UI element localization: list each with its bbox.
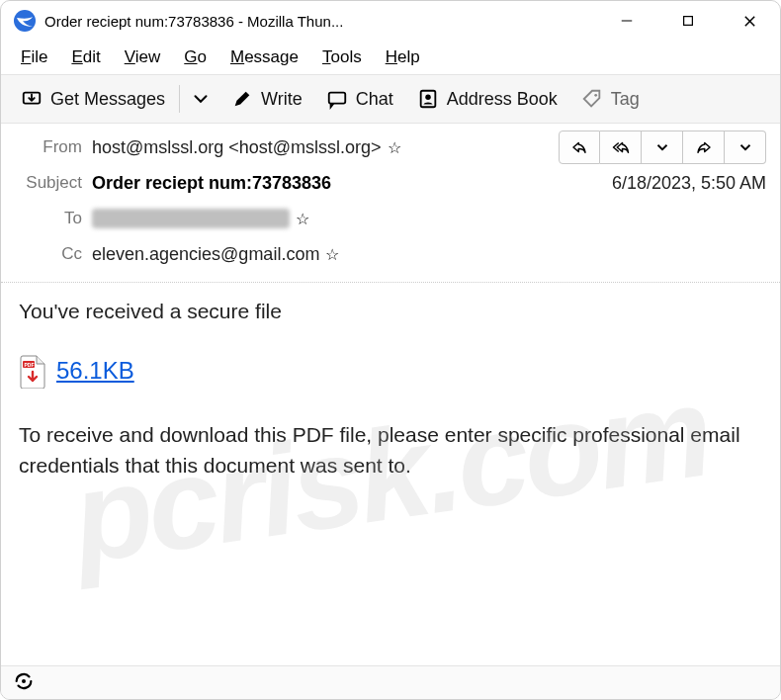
- download-messages-icon: [21, 88, 43, 110]
- write-button[interactable]: Write: [219, 79, 314, 119]
- cc-label: Cc: [15, 244, 92, 264]
- address-book-icon: [417, 88, 439, 110]
- get-messages-button[interactable]: Get Messages: [9, 79, 177, 119]
- to-address-redacted: [92, 209, 290, 228]
- address-book-label: Address Book: [447, 89, 558, 110]
- subject-text: Order reciept num:73783836: [92, 173, 331, 194]
- menu-edit[interactable]: Edit: [61, 45, 110, 69]
- get-messages-label: Get Messages: [50, 89, 165, 110]
- menu-view[interactable]: View: [115, 45, 171, 69]
- tag-button[interactable]: Tag: [569, 79, 651, 119]
- attachment-link[interactable]: 56.1KB: [56, 354, 134, 389]
- cc-row: Cc eleven.agencies@gmail.com ☆: [15, 236, 766, 272]
- from-row: From host@mslssl.org <host@mslssl.org> ☆: [15, 130, 766, 165]
- chat-icon: [326, 88, 348, 110]
- body-heading: You've received a secure file: [19, 297, 762, 326]
- menu-help[interactable]: Help: [376, 45, 430, 69]
- pencil-icon: [231, 88, 253, 110]
- star-icon[interactable]: ☆: [325, 245, 339, 264]
- window-controls: [596, 1, 780, 41]
- chevron-down-icon: [190, 88, 212, 110]
- to-row: To ☆: [15, 201, 766, 236]
- menu-go[interactable]: Go: [174, 45, 217, 69]
- forward-button[interactable]: [683, 131, 725, 164]
- get-messages-dropdown[interactable]: [182, 79, 219, 119]
- svg-text:PDF: PDF: [25, 361, 35, 367]
- reply-button[interactable]: [559, 131, 600, 164]
- toolbar: Get Messages Write Chat Address Book Tag: [1, 74, 780, 124]
- header-action-bar: [559, 131, 766, 164]
- tag-label: Tag: [611, 89, 640, 110]
- attachment-row: PDF 56.1KB: [19, 354, 762, 389]
- reply-all-dropdown[interactable]: [642, 131, 683, 164]
- app-window: Order reciept num:73783836 - Mozilla Thu…: [0, 0, 781, 700]
- reply-all-button[interactable]: [600, 131, 642, 164]
- message-header: From host@mslssl.org <host@mslssl.org> ☆: [1, 124, 780, 283]
- tag-icon: [581, 88, 603, 110]
- from-address[interactable]: host@mslssl.org <host@mslssl.org>: [92, 137, 382, 158]
- from-label: From: [15, 137, 92, 157]
- star-icon[interactable]: ☆: [388, 138, 401, 157]
- titlebar: Order reciept num:73783836 - Mozilla Thu…: [1, 1, 780, 41]
- svg-rect-6: [328, 93, 345, 104]
- star-icon[interactable]: ☆: [296, 210, 309, 228]
- svg-rect-2: [684, 17, 693, 26]
- chat-label: Chat: [356, 89, 393, 110]
- close-button[interactable]: [719, 1, 780, 41]
- activity-icon: [13, 670, 35, 696]
- address-book-button[interactable]: Address Book: [405, 79, 569, 119]
- cc-address[interactable]: eleven.agencies@gmail.com: [92, 244, 319, 265]
- svg-point-9: [594, 94, 597, 97]
- menu-tools[interactable]: Tools: [312, 45, 372, 69]
- message-date: 6/18/2023, 5:50 AM: [612, 173, 766, 194]
- menu-file[interactable]: File: [11, 45, 57, 69]
- statusbar: [1, 665, 780, 699]
- body-paragraph: To receive and download this PDF file, p…: [19, 420, 762, 481]
- thunderbird-icon: [13, 9, 37, 33]
- svg-point-8: [425, 94, 431, 100]
- subject-label: Subject: [15, 173, 92, 193]
- svg-point-12: [22, 678, 26, 682]
- chat-button[interactable]: Chat: [314, 79, 405, 119]
- minimize-button[interactable]: [596, 1, 657, 41]
- maximize-button[interactable]: [657, 1, 719, 41]
- message-body: pcrisk.com You've received a secure file…: [1, 283, 780, 665]
- toolbar-separator: [179, 85, 180, 113]
- to-label: To: [15, 209, 92, 228]
- write-label: Write: [261, 89, 303, 110]
- menu-message[interactable]: Message: [220, 45, 308, 69]
- more-actions-dropdown[interactable]: [725, 131, 766, 164]
- subject-row: Subject Order reciept num:73783836 6/18/…: [15, 165, 766, 201]
- pdf-file-icon: PDF: [19, 355, 46, 389]
- window-title: Order reciept num:73783836 - Mozilla Thu…: [44, 13, 343, 30]
- menubar: File Edit View Go Message Tools Help: [1, 41, 780, 74]
